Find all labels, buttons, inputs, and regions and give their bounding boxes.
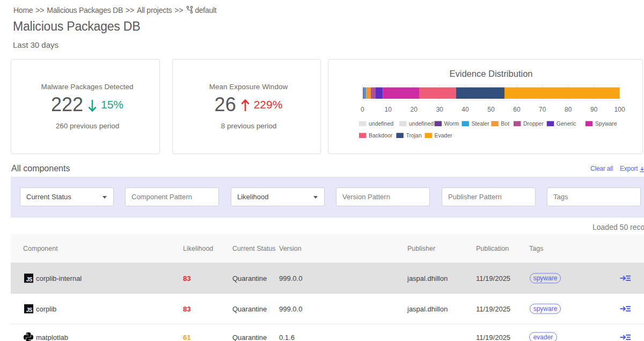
svg-text:undefined: undefined xyxy=(369,120,393,127)
svg-text:Dropper: Dropper xyxy=(523,120,544,127)
svg-text:Evader: Evader xyxy=(435,132,453,139)
svg-text:Worm: Worm xyxy=(444,120,459,127)
svg-text:Backdoor: Backdoor xyxy=(369,132,393,139)
svg-text:0: 0 xyxy=(361,106,364,113)
svg-text:Generic: Generic xyxy=(557,120,576,127)
svg-text:40: 40 xyxy=(462,106,469,113)
svg-text:Evidence Distribution: Evidence Distribution xyxy=(450,69,533,78)
svg-text:50: 50 xyxy=(487,106,495,113)
svg-text:60: 60 xyxy=(513,106,521,113)
svg-text:10: 10 xyxy=(385,106,392,113)
svg-text:Stealer: Stealer xyxy=(471,120,489,127)
svg-text:100: 100 xyxy=(614,106,625,113)
svg-text:30: 30 xyxy=(436,106,443,113)
svg-text:90: 90 xyxy=(590,106,598,113)
svg-text:Bot: Bot xyxy=(501,120,509,127)
svg-text:20: 20 xyxy=(411,106,418,113)
svg-text:Trojan: Trojan xyxy=(406,132,422,139)
svg-text:Spyware: Spyware xyxy=(595,120,617,127)
svg-text:80: 80 xyxy=(565,106,572,113)
svg-text:70: 70 xyxy=(539,106,546,113)
svg-text:undefined: undefined xyxy=(409,120,434,127)
